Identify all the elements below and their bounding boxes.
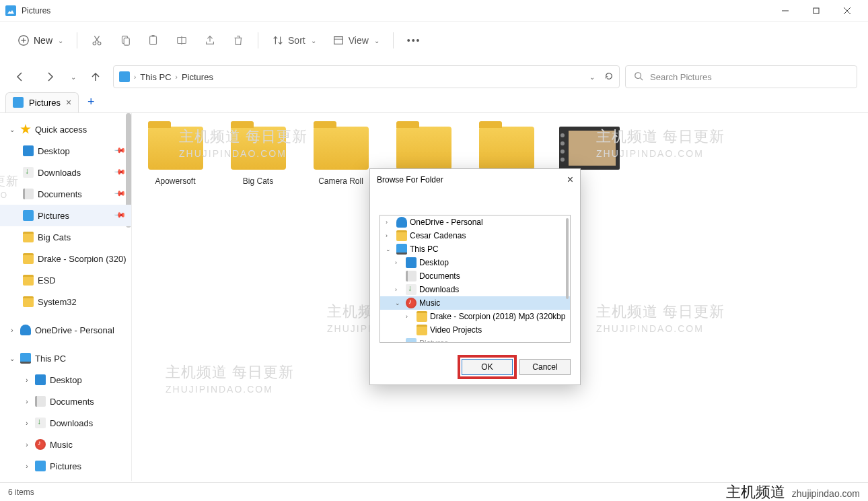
paste-button[interactable] [141,28,166,53]
download-icon [406,284,417,295]
folder-icon [396,127,451,170]
download-icon [35,418,46,428]
close-button[interactable] [832,0,863,22]
documents-icon [406,271,417,281]
desktop-icon [35,374,46,385]
search-icon [634,71,643,83]
svg-rect-13 [150,36,157,45]
paste-icon [147,34,159,46]
sidebar-quick-access[interactable]: ⌄Quick access [0,119,131,140]
rename-button[interactable] [169,28,194,53]
documents-icon [35,396,46,407]
sidebar-bigcats[interactable]: Big Cats [0,226,131,248]
up-button[interactable] [83,65,108,89]
tab-pictures[interactable]: Pictures × [5,92,79,112]
cancel-button[interactable]: Cancel [519,359,571,375]
maximize-button[interactable] [801,0,832,22]
search-box[interactable]: Search Pictures [625,65,857,88]
folder-icon [23,275,34,286]
svg-line-10 [94,36,98,42]
chevron-down-icon[interactable]: ⌄ [589,73,595,81]
plus-circle-icon [17,34,30,46]
search-placeholder: Search Pictures [650,72,712,82]
pin-icon: 📌 [114,143,129,158]
cloud-icon [396,217,407,228]
pictures-icon [119,71,130,82]
dialog-buttons: OK Cancel [370,349,580,385]
sidebar-tp-music[interactable]: ›Music [0,434,131,455]
tree-desktop[interactable]: ›Desktop [380,256,570,269]
folder-icon [23,253,34,264]
tree-drake[interactable]: ›Drake - Scorpion (2018) Mp3 (320kbp [380,310,570,323]
download-icon [23,167,34,178]
nav-row: ⌄ › This PC › Pictures ⌄ Search Pictures [0,59,868,89]
tree-user[interactable]: ›Cesar Cadenas [380,229,570,242]
folder-icon [396,230,407,241]
sidebar-downloads[interactable]: Downloads📌 [0,162,131,183]
tree-music[interactable]: ⌄Music [380,296,570,310]
sidebar-tp-desktop[interactable]: ›Desktop [0,369,131,391]
new-button[interactable]: New ⌄ [11,28,70,53]
sidebar-system32[interactable]: System32 [0,291,131,312]
cut-button[interactable] [84,28,110,53]
sidebar-onedrive[interactable]: ›OneDrive - Personal [0,319,131,341]
copy-button[interactable] [112,28,138,53]
close-icon[interactable]: × [567,174,573,186]
chevron-right-icon: › [176,73,178,81]
folder-item[interactable]: Camera Roll [305,127,376,186]
chevron-down-icon: ⌄ [58,37,63,44]
tree-pictures-cut[interactable]: ›Pictures [380,337,570,343]
tree-video[interactable]: Video Projects [380,323,570,337]
sort-button[interactable]: Sort ⌄ [265,28,323,53]
crumb-root[interactable]: This PC [140,72,171,82]
minimize-button[interactable] [770,0,801,22]
trash-icon [232,34,244,46]
sidebar-drake[interactable]: Drake - Scorpion (320) [0,248,131,269]
video-thumbnail [559,127,620,170]
view-button[interactable]: View ⌄ [326,28,386,53]
sidebar-desktop[interactable]: Desktop📌 [0,140,131,162]
svg-point-19 [635,72,641,78]
sidebar-tp-pictures[interactable]: ›Pictures [0,455,131,477]
app-icon [5,5,16,16]
pictures-icon [13,97,24,108]
tab-row: Pictures × + [0,89,868,113]
folder-item[interactable]: Apowersoft [140,127,211,186]
share-button[interactable] [197,28,223,53]
delete-button[interactable] [225,28,251,53]
tree-documents[interactable]: Documents [380,269,570,283]
window-title: Pictures [22,6,50,15]
ok-button[interactable]: OK [462,359,513,375]
sidebar-documents[interactable]: Documents📌 [0,183,131,205]
sidebar-esd[interactable]: ESD [0,269,131,291]
back-button[interactable] [8,65,32,89]
svg-rect-12 [124,38,129,45]
forward-button[interactable] [38,65,62,89]
folder-tree[interactable]: ›OneDrive - Personal ›Cesar Cadenas ⌄Thi… [379,215,571,343]
crumb-current[interactable]: Pictures [182,72,213,82]
tree-onedrive[interactable]: ›OneDrive - Personal [380,215,570,229]
cloud-icon [20,325,31,335]
sidebar-tp-documents[interactable]: ›Documents [0,391,131,412]
chevron-right-icon: › [134,73,136,81]
address-bar[interactable]: › This PC › Pictures ⌄ [113,65,620,88]
recent-dropdown[interactable]: ⌄ [67,65,78,89]
sidebar-pictures[interactable]: Pictures📌 [0,205,131,226]
add-tab-button[interactable]: + [81,93,100,112]
close-tab-button[interactable]: × [66,97,71,108]
view-label: View [349,35,369,46]
tree-thispc[interactable]: ⌄This PC [380,242,570,256]
pin-icon: 📌 [114,208,129,223]
dialog-titlebar[interactable]: Browse For Folder × [370,169,580,191]
refresh-button[interactable] [604,71,614,83]
folder-icon [23,296,34,307]
scrollbar[interactable] [566,218,569,299]
sidebar-thispc[interactable]: ⌄This PC [0,347,131,369]
music-icon [406,298,417,308]
titlebar: Pictures [0,0,868,22]
more-button[interactable]: ••• [400,28,428,53]
brand-watermark: 主机频道 zhujipindao.com [726,482,860,502]
tree-downloads[interactable]: ›Downloads [380,283,570,296]
folder-item[interactable]: Big Cats [223,127,293,186]
sidebar-tp-downloads[interactable]: ›Downloads [0,412,131,434]
